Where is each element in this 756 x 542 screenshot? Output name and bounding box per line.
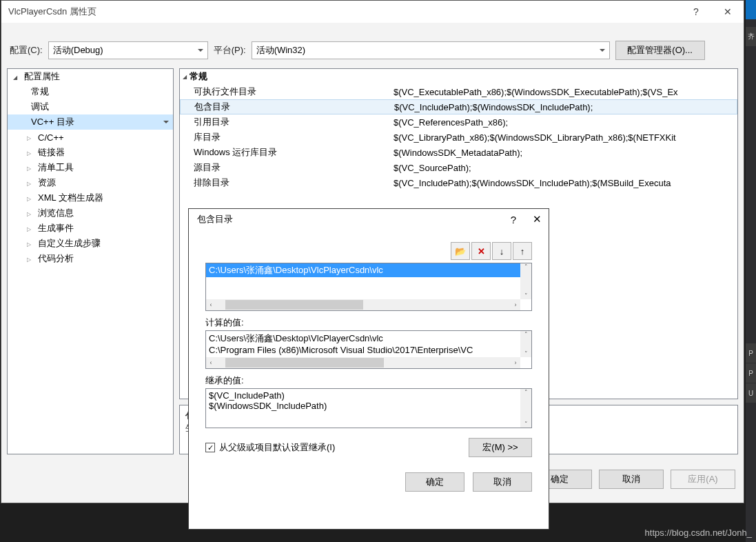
tree-item-selected[interactable]: VC++ 目录 xyxy=(8,114,173,130)
side-tab[interactable]: 齐 xyxy=(746,27,756,46)
sub-cancel-button[interactable]: 取消 xyxy=(473,472,532,492)
inherit-row: ✓ 从父级或项目默认设置继承(I) 宏(M) >> xyxy=(205,438,532,457)
computed-label: 计算的值: xyxy=(205,317,532,329)
vertical-scrollbar[interactable]: ˄˅ xyxy=(520,389,531,428)
expand-icon[interactable] xyxy=(27,225,35,232)
tree-item[interactable]: 调试 xyxy=(8,99,173,114)
tree-item[interactable]: XML 文档生成器 xyxy=(8,190,173,205)
tree-item[interactable]: 浏览信息 xyxy=(8,205,173,221)
inherited-label: 继承的值: xyxy=(205,374,532,387)
inherit-checkbox-label[interactable]: 从父级或项目默认设置继承(I) xyxy=(219,441,335,454)
side-tab[interactable]: U xyxy=(746,383,756,403)
horizontal-scrollbar[interactable]: ‹ › xyxy=(206,299,520,310)
computed-textbox[interactable]: C:\Users\张涌鑫\Desktop\VlcPlayerCsdn\vlc C… xyxy=(205,330,532,369)
help-icon[interactable]: ? xyxy=(502,214,525,225)
tree-item[interactable]: 配置属性 xyxy=(8,69,173,84)
grid-row[interactable]: 排除目录$(VC_IncludePath);$(WindowsSDK_Inclu… xyxy=(180,175,737,190)
list-item-selected[interactable]: C:\Users\张涌鑫\Desktop\VlcPlayerCsdn\vlc xyxy=(206,263,520,277)
move-down-icon[interactable]: ↓ xyxy=(492,242,511,260)
include-dirs-dialog: 包含目录 ? ✕ 📂 ✕ ↓ ↑ C:\Users\张涌鑫\Desktop\Vl… xyxy=(188,208,549,530)
platform-select[interactable]: 活动(Win32) xyxy=(252,41,610,59)
grid-section-header[interactable]: ◢ 常规 xyxy=(180,69,737,84)
window-title: VlcPlayerCsdn 属性页 xyxy=(8,6,96,18)
sub-button-row: 确定 取消 xyxy=(189,457,549,492)
new-folder-icon[interactable]: 📂 xyxy=(451,242,470,260)
config-label: 配置(C): xyxy=(10,44,43,57)
close-icon[interactable]: ✕ xyxy=(712,1,744,23)
tree-item[interactable]: 常规 xyxy=(8,84,173,99)
grid-row[interactable]: 源目录$(VC_SourcePath); xyxy=(180,160,737,175)
tree-item[interactable]: 链接器 xyxy=(8,145,173,160)
tree-item[interactable]: 清单工具 xyxy=(8,160,173,175)
sub-titlebar[interactable]: 包含目录 ? ✕ xyxy=(189,209,549,230)
expand-icon[interactable] xyxy=(27,179,35,187)
platform-label: 平台(P): xyxy=(214,44,246,57)
expand-icon[interactable] xyxy=(27,240,35,248)
help-icon[interactable]: ? xyxy=(680,1,712,23)
side-tab[interactable]: P xyxy=(746,363,756,383)
grid-row[interactable]: 引用目录$(VC_ReferencesPath_x86); xyxy=(180,114,737,130)
cancel-button[interactable]: 取消 xyxy=(599,470,664,489)
close-icon[interactable]: ✕ xyxy=(525,213,549,225)
watermark-text: https://blog.csdn.net/Jonh_ xyxy=(645,528,752,538)
vertical-scrollbar[interactable]: ˄˅ xyxy=(520,263,531,299)
collapse-icon[interactable]: ◢ xyxy=(180,74,190,80)
expand-icon[interactable] xyxy=(27,194,35,202)
titlebar[interactable]: VlcPlayerCsdn 属性页 ? ✕ xyxy=(1,1,744,23)
main-button-row: 确定 取消 应用(A) xyxy=(527,470,735,489)
side-tab[interactable]: P xyxy=(746,343,756,363)
vertical-scrollbar[interactable]: ˄˅ xyxy=(520,331,531,357)
list-toolbar: 📂 ✕ ↓ ↑ xyxy=(189,230,549,263)
tree-item[interactable]: 代码分析 xyxy=(8,251,173,266)
scroll-thumb[interactable] xyxy=(225,300,363,310)
grid-row[interactable]: 可执行文件目录$(VC_ExecutablePath_x86);$(Window… xyxy=(180,84,737,99)
tree-item[interactable]: 资源 xyxy=(8,175,173,190)
expand-icon[interactable] xyxy=(27,164,35,172)
tree-item[interactable]: 生成事件 xyxy=(8,221,173,236)
expand-icon[interactable] xyxy=(27,134,35,141)
sub-title-text: 包含目录 xyxy=(197,213,233,225)
inherit-checkbox[interactable]: ✓ xyxy=(205,443,215,452)
grid-row-highlight[interactable]: 包含目录$(VC_IncludePath);$(WindowsSDK_Inclu… xyxy=(180,99,737,114)
delete-icon[interactable]: ✕ xyxy=(471,242,491,260)
side-tab[interactable] xyxy=(746,0,756,19)
apply-button[interactable]: 应用(A) xyxy=(671,470,735,489)
expand-icon[interactable] xyxy=(27,255,35,263)
expand-icon[interactable] xyxy=(27,210,35,217)
grid-row[interactable]: Windows 运行库目录$(WindowsSDK_MetadataPath); xyxy=(180,145,737,160)
dirs-listbox[interactable]: C:\Users\张涌鑫\Desktop\VlcPlayerCsdn\vlc ˄… xyxy=(205,263,532,311)
move-up-icon[interactable]: ↑ xyxy=(513,242,532,260)
sub-ok-button[interactable]: 确定 xyxy=(405,472,464,492)
inherited-textbox[interactable]: $(VC_IncludePath) $(WindowsSDK_IncludePa… xyxy=(205,388,532,428)
tree-item[interactable]: 自定义生成步骤 xyxy=(8,236,173,251)
expand-icon[interactable] xyxy=(13,73,21,81)
config-select[interactable]: 活动(Debug) xyxy=(48,41,208,59)
horizontal-scrollbar[interactable]: ‹ › xyxy=(206,357,520,368)
scroll-thumb[interactable] xyxy=(225,358,384,368)
grid-row[interactable]: 库目录$(VC_LibraryPath_x86);$(WindowsSDK_Li… xyxy=(180,130,737,145)
tree-item[interactable]: C/C++ xyxy=(8,130,173,145)
config-manager-button[interactable]: 配置管理器(O)... xyxy=(615,41,705,60)
config-row: 配置(C): 活动(Debug) 平台(P): 活动(Win32) 配置管理器(… xyxy=(1,23,744,67)
expand-icon[interactable] xyxy=(27,149,35,157)
category-tree[interactable]: 配置属性 常规 调试 VC++ 目录 C/C++ 链接器 清单工具 资源 XML… xyxy=(7,68,174,454)
ide-side-tabs: 齐 P P U xyxy=(746,0,756,542)
macros-button[interactable]: 宏(M) >> xyxy=(469,438,532,457)
